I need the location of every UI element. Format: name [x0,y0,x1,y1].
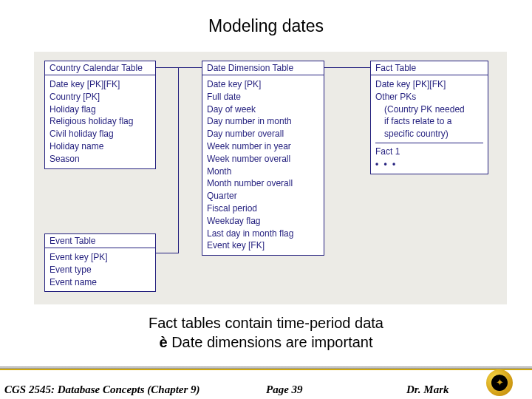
table-header: Country Calendar Table [44,61,156,75]
field: Civil holiday flag [50,128,151,140]
field: Holiday name [50,140,151,153]
field: Fact 1 [375,146,483,158]
field: Date key [PK] [207,78,319,91]
table-header: Event Table [44,233,156,248]
connector-country-to-date [156,67,202,68]
table-body: Date key [PK][FK] Country [PK] Holiday f… [44,75,156,169]
note: specific country) [375,128,483,140]
field: Month [207,166,319,178]
field: Last day in month flag [207,228,319,240]
field: Fiscal period [207,202,319,215]
field: Event type [50,264,151,276]
field: Other PKs [375,91,483,103]
field: Week number overall [207,153,319,166]
footer-accent [0,369,532,370]
field: Holiday flag [50,103,151,116]
diagram-area: Country Calendar Table Date key [PK][FK]… [34,52,507,304]
caption: Fact tables contain time-period data è D… [0,313,532,352]
field: Weekday flag [207,215,319,228]
footer-left: CGS 2545: Database Concepts (Chapter 9) [4,383,200,396]
caption-line1: Fact tables contain time-period data [149,315,383,331]
caption-line2: Date dimensions are important [168,334,373,350]
date-dimension-table: Date Dimension Table Date key [PK] Full … [202,61,324,256]
footer: CGS 2545: Database Concepts (Chapter 9) … [0,366,532,399]
field: Date key [PK][FK] [50,78,151,91]
connector-event-to-date-h [156,253,178,253]
footer-center: Page 39 [266,383,303,396]
event-table: Event Table Event key [PK] Event type Ev… [44,233,156,292]
connector-event-to-date-v [178,67,179,253]
fact-table: Fact Table Date key [PK][FK] Other PKs (… [370,61,488,174]
field: Quarter [207,190,319,202]
field: Country [PK] [50,91,151,103]
separator [375,143,483,143]
field: Season [50,153,151,166]
field: Month number overall [207,177,319,190]
connector-date-to-fact [324,67,370,68]
field: Event name [50,276,151,289]
field: Date key [PK][FK] [375,78,483,91]
country-calendar-table: Country Calendar Table Date key [PK][FK]… [44,61,156,169]
note: (Country PK needed [375,103,483,116]
field: Day number overall [207,128,319,140]
note: if facts relate to a [375,115,483,128]
field: Religious holiday flag [50,115,151,128]
footer-right: Dr. Mark [406,383,449,396]
field: Week number in year [207,140,319,153]
slide-title: Modeling dates [0,16,532,36]
table-body: Event key [PK] Event type Event name [44,248,156,292]
field: Day of week [207,103,319,116]
table-header: Date Dimension Table [202,61,324,75]
field: Event key [PK] [50,251,151,264]
field: Day number in month [207,115,319,128]
field: Event key [FK] [207,239,319,252]
table-body: Date key [PK] Full date Day of week Day … [202,75,324,256]
logo-icon: ✦ [486,369,513,396]
field: Full date [207,91,319,103]
arrow-icon: è [159,334,167,350]
table-body: Date key [PK][FK] Other PKs (Country PK … [370,75,488,174]
table-header: Fact Table [370,61,488,75]
ellipsis: • • • [375,158,483,171]
